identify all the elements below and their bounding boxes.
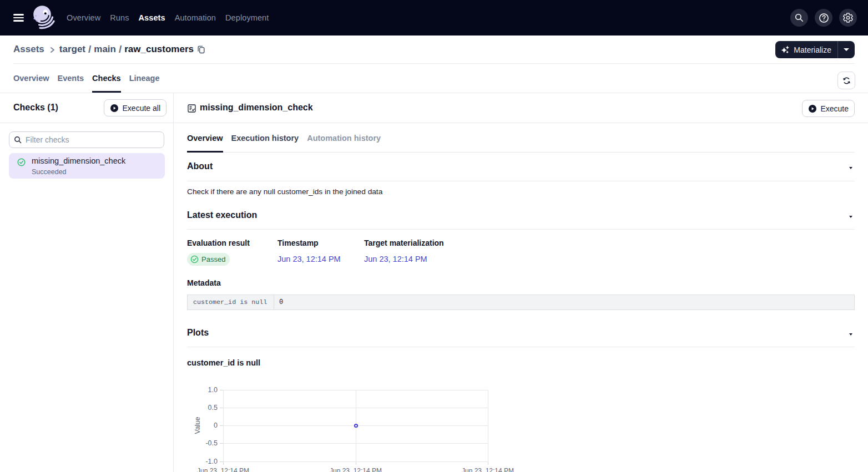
svg-text:-0.5: -0.5: [205, 439, 218, 447]
svg-text:-1.0: -1.0: [205, 458, 218, 465]
svg-text:1.0: 1.0: [208, 386, 218, 394]
svg-text:Value: Value: [194, 417, 201, 434]
svg-text:Jun 23, 12:14 PM: Jun 23, 12:14 PM: [197, 467, 249, 472]
svg-text:Jun 23, 12:14 PM: Jun 23, 12:14 PM: [330, 467, 382, 472]
svg-text:0: 0: [214, 422, 218, 429]
svg-text:0.5: 0.5: [208, 404, 218, 412]
svg-text:Jun 23, 12:14 PM: Jun 23, 12:14 PM: [462, 467, 514, 472]
